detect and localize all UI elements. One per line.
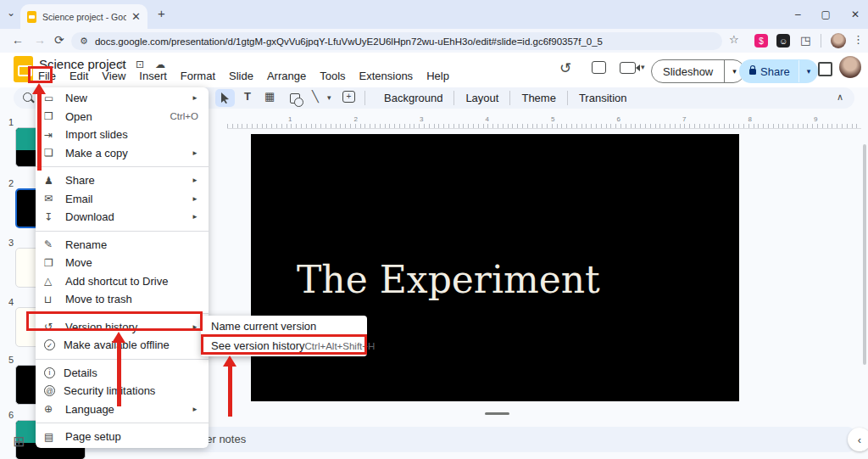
- menubar-item-view[interactable]: View: [95, 69, 132, 83]
- file-menu-item-make-a-copy[interactable]: ❏Make a copy►: [36, 144, 209, 163]
- share-caret-icon[interactable]: ▾: [799, 67, 819, 76]
- slide-title-text[interactable]: The Experiment: [297, 258, 600, 301]
- version-history-header-icon[interactable]: ↺: [559, 59, 571, 77]
- ruler-ticks: [227, 124, 861, 128]
- toolbar-divider: [821, 34, 821, 48]
- browser-profile-avatar[interactable]: [831, 33, 846, 48]
- security-icon: @: [44, 385, 55, 396]
- menu-item-label: Email: [65, 193, 192, 205]
- collapse-toolbar-icon[interactable]: ∧: [837, 92, 843, 103]
- slide-number-4: 4: [3, 297, 14, 307]
- annotation-box-file: [28, 66, 53, 83]
- browser-tab-strip: ⌄ Science project - Google Slides ✕ + – …: [0, 0, 868, 29]
- ruler-number: 8: [748, 115, 752, 123]
- annotation-arrow-see-version-history-tail: [228, 366, 232, 417]
- browser-tab[interactable]: Science project - Google Slides ✕: [20, 4, 147, 29]
- bookmark-star-icon[interactable]: ☆: [729, 33, 739, 46]
- toolbar-labels: BackgroundLayoutThemeTransition: [373, 87, 638, 109]
- menu-item-label: Security limitations: [64, 384, 198, 397]
- menubar-item-format[interactable]: Format: [174, 69, 222, 83]
- menubar-item-slide[interactable]: Slide: [222, 69, 260, 83]
- file-menu-item-security-limitations[interactable]: @Security limitations: [36, 382, 209, 400]
- window-minimize-button[interactable]: –: [795, 8, 801, 20]
- menubar-item-arrange[interactable]: Arrange: [260, 69, 313, 83]
- reload-icon[interactable]: ⟳: [54, 33, 64, 47]
- file-menu-item-move-to-trash[interactable]: ⊔Move to trash: [36, 290, 209, 309]
- toolbar-button-background[interactable]: Background: [373, 92, 453, 104]
- file-menu-item-move[interactable]: ❐Move: [36, 254, 209, 272]
- ruler-number: 3: [420, 115, 423, 123]
- menu-item-label: Make a copy: [65, 147, 192, 160]
- search-icon[interactable]: [23, 92, 32, 102]
- menubar-item-edit[interactable]: Edit: [63, 69, 95, 83]
- menu-item-label: New: [65, 92, 192, 104]
- extensions-puzzle-icon[interactable]: ◳: [800, 34, 810, 47]
- extension-icon-pink[interactable]: $: [754, 34, 768, 48]
- file-menu-item-email[interactable]: ✉Email►: [36, 190, 209, 209]
- window-controls: – ▢ ✕: [795, 0, 860, 29]
- ruler-number: 7: [682, 115, 686, 123]
- toolbar-button-transition[interactable]: Transition: [568, 92, 638, 104]
- file-menu-item-print-preview[interactable]: ❑Print preview: [36, 446, 209, 449]
- textbox-tool-icon[interactable]: T: [244, 90, 251, 103]
- sidepanel-frame-icon[interactable]: [818, 62, 832, 76]
- file-menu-item-open[interactable]: ❒OpenCtrl+O: [36, 108, 209, 126]
- submenu-item-name-current-version[interactable]: Name current version: [201, 316, 367, 336]
- menu-item-label: Add shortcut to Drive: [65, 275, 198, 288]
- menubar-item-help[interactable]: Help: [420, 69, 456, 83]
- grid-view-icon[interactable]: ⊞: [13, 433, 25, 451]
- image-tool-icon[interactable]: ▦: [264, 90, 275, 103]
- file-menu-item-page-setup[interactable]: ▤Page setup: [36, 428, 209, 446]
- extension-icon-dark[interactable]: ☺: [776, 34, 790, 48]
- file-menu-item-rename[interactable]: ✎Rename: [36, 236, 209, 255]
- site-settings-icon[interactable]: ⚙: [80, 36, 88, 47]
- import-slides-icon: ⇥: [44, 129, 65, 141]
- notes-resize-handle[interactable]: [485, 412, 509, 415]
- menu-item-label: Language: [65, 403, 192, 416]
- file-menu-item-share[interactable]: ♟Share►: [36, 171, 209, 190]
- account-avatar[interactable]: [839, 56, 861, 78]
- address-bar[interactable]: ⚙ docs.google.com/presentation/d/1gtgM-g…: [71, 32, 722, 50]
- window-close-button[interactable]: ✕: [851, 8, 860, 20]
- slide-canvas[interactable]: The Experiment: [251, 134, 739, 401]
- file-menu-item-add-shortcut-to-drive[interactable]: △Add shortcut to Drive: [36, 272, 209, 291]
- menu-item-label: Page setup: [65, 430, 198, 443]
- slideshow-button[interactable]: Slideshow ▾: [651, 59, 745, 83]
- line-tool-icon[interactable]: ╲: [312, 90, 319, 103]
- browser-menu-kebab-icon[interactable]: ⋮: [853, 33, 864, 46]
- menubar-item-tools[interactable]: Tools: [313, 69, 352, 83]
- menu-scrollbar[interactable]: [863, 144, 866, 365]
- menubar-item-insert[interactable]: Insert: [132, 69, 174, 83]
- forward-icon[interactable]: →: [34, 33, 46, 47]
- window-maximize-button[interactable]: ▢: [821, 8, 831, 20]
- meet-caret-icon[interactable]: ▾: [641, 63, 645, 71]
- menubar-item-extensions[interactable]: Extensions: [353, 69, 420, 83]
- comments-icon[interactable]: [592, 61, 606, 74]
- lock-icon: [749, 69, 756, 75]
- back-icon[interactable]: ←: [12, 33, 24, 47]
- file-menu-item-download[interactable]: ↧Download►: [36, 208, 209, 227]
- file-menu-item-import-slides[interactable]: ⇥Import slides: [36, 126, 209, 144]
- submenu-arrow-icon: ►: [192, 176, 198, 184]
- file-menu-item-details[interactable]: iDetails: [36, 364, 209, 383]
- file-menu-item-new[interactable]: ▭New►: [36, 89, 209, 108]
- toolbar-button-layout[interactable]: Layout: [454, 92, 509, 104]
- new-tab-button[interactable]: +: [158, 6, 165, 20]
- share-button[interactable]: Share ▾: [739, 59, 818, 83]
- menu-item-label: Import slides: [65, 128, 198, 141]
- ruler-number: 2: [354, 115, 358, 123]
- toolbar-button-theme[interactable]: Theme: [510, 92, 566, 104]
- collapse-panel-button[interactable]: ‹: [848, 428, 868, 451]
- select-tool-button[interactable]: [215, 89, 235, 107]
- line-tool-caret-icon[interactable]: ▾: [327, 93, 331, 102]
- file-menu-item-language[interactable]: ⊕Language►: [36, 400, 209, 419]
- shape-tool-icon[interactable]: [290, 93, 300, 104]
- menu-divider: [36, 231, 209, 232]
- submenu-arrow-icon: ►: [192, 94, 198, 102]
- slideshow-label: Slideshow: [652, 65, 724, 78]
- tab-search-chevron-icon[interactable]: ⌄: [7, 7, 15, 19]
- insert-comment-icon[interactable]: +: [342, 91, 355, 103]
- menu-item-label: Details: [64, 367, 198, 379]
- tab-close-icon[interactable]: ✕: [131, 10, 141, 23]
- meet-camera-icon[interactable]: [620, 62, 636, 74]
